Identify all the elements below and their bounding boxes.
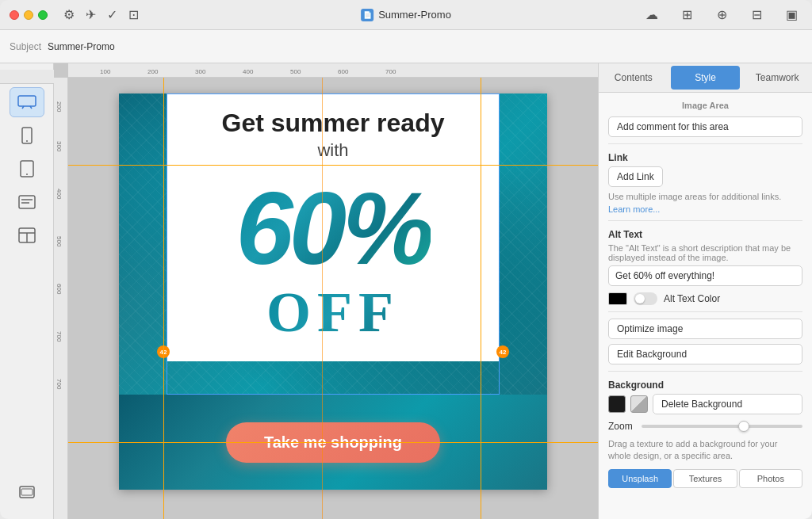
divider-2 bbox=[608, 220, 802, 221]
panel-tabs: Contents Style Teamwork bbox=[599, 63, 812, 93]
guide-center bbox=[322, 78, 323, 519]
learn-more-link[interactable]: Learn more... bbox=[608, 204, 802, 214]
window-title-area: 📄 Summer-Promo bbox=[361, 9, 451, 21]
big-percent: 60% bbox=[236, 177, 430, 280]
ruler-corner bbox=[0, 70, 54, 84]
subject-toolbar: Subject Summer-Promo bbox=[0, 30, 812, 63]
columns-icon[interactable]: ⊟ bbox=[745, 4, 768, 26]
traffic-lights bbox=[10, 10, 48, 20]
ruler-vertical: 200 300 400 500 600 700 700 bbox=[54, 78, 68, 519]
ruler-horizontal: 100 200 300 400 500 600 700 bbox=[68, 63, 598, 78]
titlebar-right-icons: ☁ ⊞ ⊕ ⊟ ▣ bbox=[641, 4, 802, 26]
guide-horizontal-1 bbox=[68, 165, 598, 166]
close-button[interactable] bbox=[10, 10, 19, 20]
tab-contents[interactable]: Contents bbox=[599, 63, 668, 92]
text-icon bbox=[18, 194, 36, 210]
titlebar: ⚙ ✈ ✓ ⊡ 📄 Summer-Promo ☁ ⊞ ⊕ ⊟ ▣ bbox=[0, 0, 812, 30]
delete-background-button[interactable]: Delete Background bbox=[653, 394, 802, 414]
share-icon[interactable]: ✈ bbox=[86, 7, 96, 22]
svg-rect-7 bbox=[19, 196, 35, 208]
alt-text-color-toggle[interactable] bbox=[634, 292, 657, 305]
cloud-icon[interactable]: ☁ bbox=[641, 4, 663, 26]
source-tabs: Unsplash Textures Photos bbox=[608, 469, 802, 488]
svg-point-6 bbox=[26, 174, 28, 175]
background-label: Background bbox=[608, 380, 802, 391]
svg-rect-0 bbox=[18, 96, 36, 106]
alt-text-color-swatch[interactable] bbox=[608, 292, 627, 305]
promo-with: with bbox=[190, 140, 476, 161]
subject-value: Summer-Promo bbox=[48, 41, 115, 52]
tab-style[interactable]: Style bbox=[671, 66, 741, 90]
main-layout: 100 200 300 400 500 600 700 200 300 400 … bbox=[0, 63, 812, 519]
subject-label: Subject bbox=[10, 41, 41, 52]
design-canvas[interactable]: Get summer ready with 60% OFF 42 42 bbox=[119, 93, 547, 490]
guide-horizontal-2 bbox=[68, 442, 598, 443]
alt-text-color-label: Alt Text Color bbox=[664, 293, 720, 304]
file-icon: 📄 bbox=[361, 9, 373, 21]
optimize-image-button[interactable]: Optimize image bbox=[608, 319, 802, 339]
settings-icon[interactable]: ⚙ bbox=[63, 7, 75, 22]
zoom-row: Zoom bbox=[608, 421, 802, 432]
alt-text-color-row: Alt Text Color bbox=[608, 292, 802, 305]
zoom-label: Zoom bbox=[608, 421, 637, 432]
divider-3 bbox=[608, 311, 802, 312]
alt-text-hint: The "Alt Text" is a short description th… bbox=[608, 243, 802, 262]
zoom-slider[interactable] bbox=[642, 425, 802, 428]
mobile-icon bbox=[21, 127, 33, 144]
alt-text-input[interactable] bbox=[608, 265, 802, 286]
check-icon[interactable]: ✓ bbox=[107, 7, 117, 22]
add-column-icon[interactable]: ⊕ bbox=[710, 4, 733, 26]
bg-swatch-light[interactable] bbox=[630, 395, 648, 413]
export-icon[interactable]: ⊡ bbox=[128, 7, 139, 22]
background-row: Delete Background bbox=[608, 394, 802, 414]
link-hint: Use multiple image areas for additional … bbox=[608, 192, 802, 201]
resize-handle-right[interactable]: 42 bbox=[496, 345, 509, 358]
link-label: Link bbox=[608, 152, 802, 163]
source-tab-photos[interactable]: Photos bbox=[739, 469, 802, 488]
add-comment-button[interactable]: Add comment for this area bbox=[608, 116, 802, 137]
svg-point-4 bbox=[26, 140, 28, 142]
off-text: OFF bbox=[266, 280, 400, 345]
guide-vertical-right bbox=[481, 78, 481, 519]
source-tab-textures[interactable]: Textures bbox=[673, 469, 737, 488]
tablet-icon bbox=[20, 160, 34, 177]
layout-icon[interactable]: ⊞ bbox=[676, 4, 698, 26]
divider-1 bbox=[608, 143, 802, 144]
maximize-button[interactable] bbox=[38, 10, 48, 20]
guide-vertical-left bbox=[163, 78, 164, 519]
window-title: Summer-Promo bbox=[378, 9, 451, 21]
minimize-button[interactable] bbox=[24, 10, 33, 20]
canvas-area[interactable]: 100 200 300 400 500 600 700 200 300 400 … bbox=[54, 63, 598, 519]
add-link-button[interactable]: Add Link bbox=[608, 166, 663, 187]
panel-content: Image Area Add comment for this area Lin… bbox=[599, 93, 812, 519]
alt-text-label: Alt Text bbox=[608, 229, 802, 240]
percent-section[interactable]: 60% OFF bbox=[167, 169, 500, 361]
right-panel: Contents Style Teamwork Image Area Add c… bbox=[598, 63, 812, 519]
svg-rect-13 bbox=[20, 487, 34, 498]
sidebar-tool-desktop[interactable] bbox=[10, 87, 44, 117]
drag-hint: Drag a texture to add a background for y… bbox=[608, 438, 802, 463]
fullscreen-icon bbox=[19, 483, 35, 499]
zoom-thumb[interactable] bbox=[738, 421, 749, 432]
image-area-title: Image Area bbox=[608, 101, 802, 110]
image-section[interactable]: Get summer ready with 60% OFF 42 42 bbox=[119, 93, 547, 395]
canvas-content: Get summer ready with 60% OFF 42 42 bbox=[68, 78, 598, 519]
promo-title: Get summer ready bbox=[190, 109, 476, 137]
edit-background-button[interactable]: Edit Background bbox=[608, 344, 802, 364]
table-icon bbox=[18, 227, 36, 243]
sidebar-tool-mobile[interactable] bbox=[10, 120, 44, 151]
grid-icon[interactable]: ▣ bbox=[780, 4, 802, 26]
toggle-knob bbox=[635, 294, 645, 303]
source-tab-unsplash[interactable]: Unsplash bbox=[608, 469, 672, 488]
left-sidebar bbox=[0, 63, 54, 519]
desktop-icon bbox=[17, 95, 36, 109]
sidebar-tool-text[interactable] bbox=[10, 187, 44, 217]
sidebar-tool-table[interactable] bbox=[10, 220, 44, 250]
svg-rect-14 bbox=[21, 489, 33, 495]
divider-4 bbox=[608, 371, 802, 372]
sidebar-tool-tablet[interactable] bbox=[10, 154, 44, 184]
tab-teamwork[interactable]: Teamwork bbox=[742, 63, 812, 92]
sidebar-tool-fullscreen[interactable] bbox=[10, 476, 44, 506]
titlebar-tools: ⚙ ✈ ✓ ⊡ bbox=[63, 7, 139, 22]
bg-swatch-dark[interactable] bbox=[608, 395, 626, 413]
